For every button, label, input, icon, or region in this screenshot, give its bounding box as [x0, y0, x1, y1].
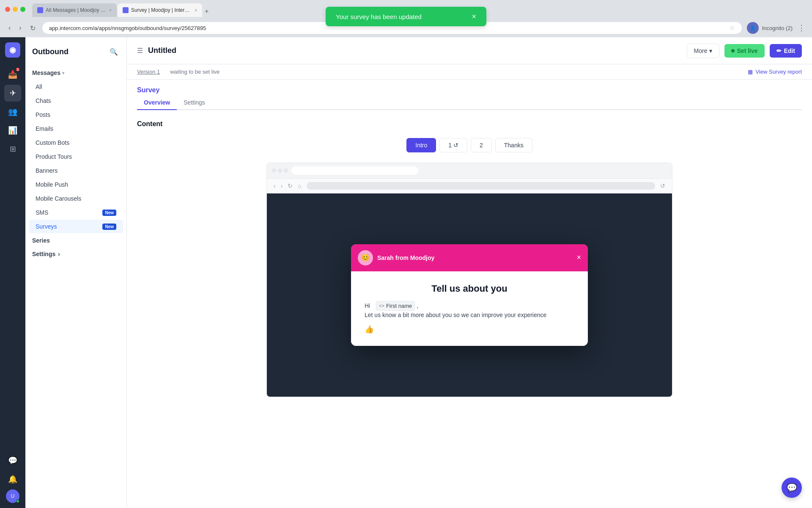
mobile-push-label: Mobile Push [36, 181, 116, 188]
mini-url-bar [291, 166, 418, 175]
maximize-window-button[interactable] [20, 7, 25, 12]
more-button[interactable]: More ▾ [687, 44, 719, 58]
tag-icon: <> [379, 302, 384, 309]
chat-bubble-button[interactable]: 💬 [782, 478, 802, 498]
preview-refresh-button[interactable]: ↻ [288, 182, 293, 189]
popup-close-button[interactable]: × [576, 253, 581, 262]
incognito-label: Incognito (2) [762, 25, 793, 31]
bar-chart-icon: ▦ [748, 69, 753, 75]
thumbs-up-emoji: 👍 [365, 325, 374, 334]
close-window-button[interactable] [5, 7, 10, 12]
sidebar-icon-reports[interactable]: 📊 [4, 122, 21, 139]
step-thanks-button[interactable]: Thanks [495, 138, 532, 152]
banners-label: Banners [36, 167, 116, 174]
first-name-label: First name [386, 302, 412, 310]
chats-label: Chats [36, 97, 116, 104]
survey-tabs-area: Survey Overview Settings [127, 80, 812, 110]
sidebar-item-emails[interactable]: Emails [29, 122, 123, 135]
step-2-button[interactable]: 2 [471, 138, 492, 152]
tab-settings[interactable]: Settings [177, 96, 212, 110]
new-tab-button[interactable]: + [203, 6, 210, 17]
profile-label: 👤 [750, 25, 756, 31]
sidebar-icon-chat[interactable]: 💬 [4, 452, 21, 469]
inbox-icon: 📥 [8, 70, 17, 79]
preview-reload-button[interactable]: ↺ [660, 182, 665, 189]
notification-badge: 1 [16, 68, 19, 71]
preview-nav-row: ‹ › ↻ ⌂ ↺ [267, 179, 672, 193]
chat-bubble-icon: 💬 [787, 483, 797, 493]
sidebar-icon-inbox[interactable]: 📥 1 [4, 66, 21, 83]
sidebar-item-chats[interactable]: Chats [29, 94, 123, 108]
sidebar-icon-contacts[interactable]: 👥 [4, 103, 21, 120]
tab-2-close-icon[interactable]: × [195, 8, 197, 13]
sidebar-icon-bell[interactable]: 🔔 [4, 471, 21, 488]
sidebar-item-mobile-push[interactable]: Mobile Push [29, 178, 123, 191]
version-link[interactable]: Version 1 [137, 69, 160, 75]
tab-1-close-icon[interactable]: × [109, 8, 112, 13]
sidebar-item-mobile-carousels[interactable]: Mobile Carousels [29, 192, 123, 205]
content-body: Content Intro 1 ↺ 2 Thanks [127, 110, 812, 508]
sidebar-item-surveys[interactable]: Surveys New [29, 220, 123, 233]
sidebar-item-sms[interactable]: SMS New [29, 206, 123, 219]
chat-icon: 💬 [8, 456, 17, 465]
refresh-button[interactable]: ↻ [28, 22, 37, 34]
mobile-carousels-label: Mobile Carousels [36, 195, 116, 202]
survey-body-text: Hi <> First name , Let us know a bit mor… [365, 301, 574, 320]
emails-label: Emails [36, 125, 116, 132]
step-1-button[interactable]: 1 ↺ [439, 138, 467, 152]
forward-button[interactable]: › [17, 22, 23, 33]
first-name-tag: <> First name [376, 301, 415, 311]
minimize-window-button[interactable] [13, 7, 18, 12]
main-content: Your survey has been updated × ☰ Untitle… [127, 37, 812, 508]
sidebar-search-button[interactable]: 🔍 [108, 46, 120, 58]
hamburger-button[interactable]: ☰ [137, 47, 143, 55]
waiting-text: waiting to be set live [170, 69, 219, 75]
sidebar-item-custom-bots[interactable]: Custom Bots [29, 136, 123, 149]
browser-profile-area: 👤 Incognito (2) [747, 22, 793, 34]
app-logo[interactable]: ◉ [5, 42, 20, 58]
live-dot-icon [731, 49, 735, 52]
preview-home-button[interactable]: ⌂ [298, 182, 301, 189]
apps-icon: ⊞ [10, 144, 16, 154]
messages-label: Messages [32, 69, 60, 76]
sidebar-item-settings[interactable]: Settings › [25, 247, 126, 261]
settings-chevron-icon: › [58, 251, 60, 257]
sidebar-item-banners[interactable]: Banners [29, 164, 123, 177]
sidebar-item-all[interactable]: All [29, 80, 123, 94]
back-button[interactable]: ‹ [7, 22, 12, 33]
browser-tab-1[interactable]: All Messages | Moodjoy | Inter... × [32, 3, 117, 17]
app-container: ◉ 📥 1 ✈ 👥 📊 ⊞ 💬 🔔 U Out [0, 37, 812, 508]
mini-maximize-icon [284, 168, 288, 173]
browser-tab-2[interactable]: Survey | Moodjoy | Intercom × [118, 3, 202, 17]
custom-bots-label: Custom Bots [36, 139, 116, 146]
edit-button[interactable]: ✏ Edit [770, 44, 802, 58]
top-bar: ☰ Untitled More ▾ Set live ✏ Edit [127, 37, 812, 64]
sidebar-item-posts[interactable]: Posts [29, 108, 123, 121]
survey-popup-body: Tell us about you Hi <> First name , [351, 271, 588, 346]
step-intro-button[interactable]: Intro [406, 138, 436, 152]
settings-label: Settings [32, 251, 55, 257]
preview-content: 😊 Sarah from Moodjoy × Tell us about you… [267, 193, 672, 397]
messages-nav-group[interactable]: Messages ▾ [25, 66, 126, 80]
tab-1-title: All Messages | Moodjoy | Inter... [46, 7, 107, 13]
surveys-new-badge: New [102, 224, 116, 230]
sub-header: Version 1 waiting to be set live ▦ View … [127, 64, 812, 80]
bookmark-icon[interactable]: ☆ [730, 25, 735, 31]
view-report-link[interactable]: ▦ View Survey report [748, 69, 802, 75]
preview-back-button[interactable]: ‹ [274, 182, 276, 189]
sidebar-icon-outbound[interactable]: ✈ [4, 85, 21, 102]
tab-overview[interactable]: Overview [137, 96, 177, 110]
sidebar-icon-apps[interactable]: ⊞ [4, 141, 21, 157]
browser-menu-button[interactable]: ⋮ [798, 23, 805, 33]
profile-icon[interactable]: 👤 [747, 22, 759, 34]
preview-forward-button[interactable]: › [281, 182, 283, 189]
user-avatar[interactable]: U [6, 489, 19, 503]
mini-minimize-icon [278, 168, 282, 173]
bell-icon: 🔔 [8, 475, 17, 484]
set-live-button[interactable]: Set live [724, 44, 765, 58]
more-chevron-icon: ▾ [709, 47, 712, 54]
sidebar-item-series[interactable]: Series [25, 234, 126, 247]
product-tours-label: Product Tours [36, 153, 116, 160]
tab-2-favicon [123, 7, 129, 13]
sidebar-item-product-tours[interactable]: Product Tours [29, 150, 123, 163]
